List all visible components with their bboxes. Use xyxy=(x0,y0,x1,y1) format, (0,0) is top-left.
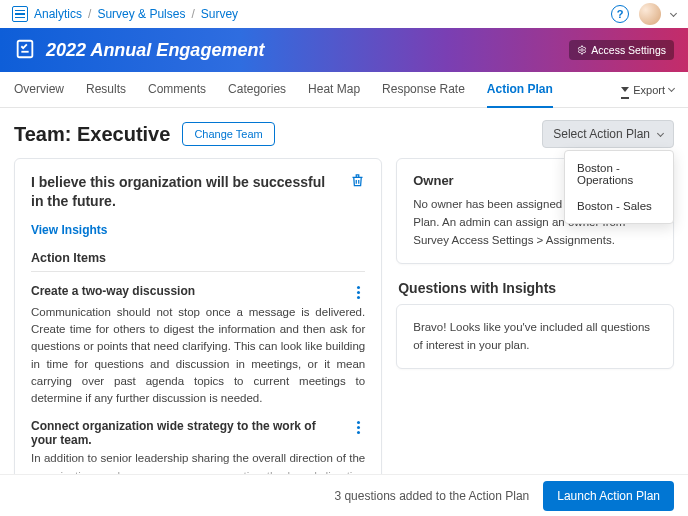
main-area: Team: Executive Change Team Select Actio… xyxy=(0,108,688,488)
action-item-body: Communication should not stop once a mes… xyxy=(31,304,365,408)
chevron-down-icon xyxy=(657,129,664,136)
page-title: 2022 Annual Engagement xyxy=(46,40,264,61)
dropdown-item-boston-operations[interactable]: Boston - Operations xyxy=(565,155,673,193)
breadcrumb-survey[interactable]: Survey xyxy=(201,7,238,21)
questions-with-insights-section: Questions with Insights Bravo! Looks lik… xyxy=(396,276,674,369)
svg-point-1 xyxy=(581,49,584,52)
action-item-menu-button[interactable] xyxy=(352,419,365,436)
tab-action-plan[interactable]: Action Plan xyxy=(487,72,553,108)
chevron-down-icon xyxy=(668,85,675,92)
tab-overview[interactable]: Overview xyxy=(14,72,64,108)
left-column: I believe this organization will be succ… xyxy=(14,158,382,488)
dropdown-item-boston-sales[interactable]: Boston - Sales xyxy=(565,193,673,219)
select-action-plan-button[interactable]: Select Action Plan xyxy=(542,120,674,148)
breadcrumb-survey-pulses[interactable]: Survey & Pulses xyxy=(97,7,185,21)
chevron-down-icon[interactable] xyxy=(670,9,677,16)
export-label: Export xyxy=(633,84,665,96)
help-icon[interactable]: ? xyxy=(611,5,629,23)
footer-status: 3 questions added to the Action Plan xyxy=(334,489,529,503)
team-title: Team: Executive xyxy=(14,123,170,146)
question-card: I believe this organization will be succ… xyxy=(14,158,382,488)
view-insights-link[interactable]: View Insights xyxy=(31,223,107,237)
menu-icon[interactable] xyxy=(12,6,28,22)
top-bar: Analytics / Survey & Pulses / Survey ? xyxy=(0,0,688,28)
qwi-card: Bravo! Looks like you've included all qu… xyxy=(396,304,674,369)
question-title: I believe this organization will be succ… xyxy=(31,173,340,211)
breadcrumb-analytics[interactable]: Analytics xyxy=(34,7,82,21)
action-items-heading: Action Items xyxy=(31,251,365,272)
access-settings-button[interactable]: Access Settings xyxy=(569,40,674,60)
tabs: Overview Results Comments Categories Hea… xyxy=(14,72,553,108)
trash-icon xyxy=(350,173,365,188)
download-icon xyxy=(621,87,629,92)
breadcrumb-sep: / xyxy=(88,7,91,21)
hero-banner: 2022 Annual Engagement Access Settings xyxy=(0,28,688,72)
avatar[interactable] xyxy=(639,3,661,25)
access-settings-label: Access Settings xyxy=(591,44,666,56)
change-team-button[interactable]: Change Team xyxy=(182,122,274,146)
delete-button[interactable] xyxy=(350,173,365,191)
breadcrumb-sep: / xyxy=(191,7,194,21)
tab-results[interactable]: Results xyxy=(86,72,126,108)
team-row: Team: Executive Change Team Select Actio… xyxy=(14,120,674,148)
survey-icon xyxy=(14,38,36,63)
action-item-title: Create a two-way discussion xyxy=(31,284,195,298)
qwi-message: Bravo! Looks like you've included all qu… xyxy=(413,319,657,354)
tab-response-rate[interactable]: Response Rate xyxy=(382,72,465,108)
action-item: Create a two-way discussion Communicatio… xyxy=(31,284,365,408)
svg-rect-0 xyxy=(18,40,33,57)
top-right: ? xyxy=(611,3,676,25)
tab-comments[interactable]: Comments xyxy=(148,72,206,108)
select-action-plan-label: Select Action Plan xyxy=(553,127,650,141)
action-item-title: Connect organization wide strategy to th… xyxy=(31,419,342,447)
export-button[interactable]: Export xyxy=(621,84,674,96)
action-plan-dropdown: Boston - Operations Boston - Sales xyxy=(564,150,674,224)
footer-bar: 3 questions added to the Action Plan Lau… xyxy=(0,474,688,516)
tab-heat-map[interactable]: Heat Map xyxy=(308,72,360,108)
tab-categories[interactable]: Categories xyxy=(228,72,286,108)
tabs-bar: Overview Results Comments Categories Hea… xyxy=(0,72,688,108)
action-item-menu-button[interactable] xyxy=(351,284,365,301)
qwi-heading: Questions with Insights xyxy=(398,280,674,296)
gear-icon xyxy=(577,45,587,55)
launch-action-plan-button[interactable]: Launch Action Plan xyxy=(543,481,674,511)
breadcrumb: Analytics / Survey & Pulses / Survey xyxy=(12,6,238,22)
